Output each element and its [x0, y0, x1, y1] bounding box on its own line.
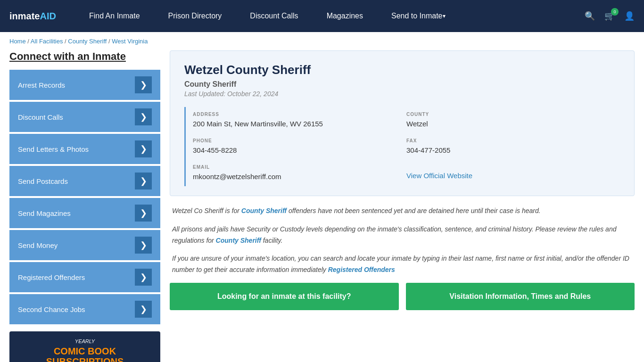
- breadcrumb-all-facilities[interactable]: All Facilities: [31, 38, 63, 45]
- website-block: View Official Website: [406, 160, 620, 186]
- main-content: Wetzel County Sheriff County Sheriff Las…: [170, 50, 635, 362]
- breadcrumb-county-sheriff[interactable]: County Sheriff: [68, 38, 107, 45]
- email-value: mkoontz@wetzelsheriff.com: [193, 172, 399, 181]
- arrow-icon: ❯: [135, 76, 152, 93]
- fax-block: FAX 304-477-2055: [406, 133, 620, 160]
- visitation-button[interactable]: Visitation Information, Times and Rules: [406, 283, 635, 310]
- nav-prison-directory[interactable]: Prison Directory: [154, 0, 236, 32]
- cart-badge: 0: [611, 8, 619, 16]
- county-value: Wetzel: [406, 119, 613, 129]
- main-layout: Connect with an Inmate Arrest Records ❯ …: [0, 50, 644, 362]
- header-icons: 🔍 🛒 0 👤: [585, 11, 635, 21]
- arrow-icon: ❯: [135, 269, 152, 286]
- sidebar-discount-calls[interactable]: Discount Calls ❯: [9, 102, 160, 132]
- header: inmateAID Find An Inmate Prison Director…: [0, 0, 644, 32]
- email-label: EMAIL: [193, 165, 399, 170]
- facility-name: Wetzel County Sheriff: [184, 63, 620, 77]
- facility-info-grid: ADDRESS 200 Main St, New Martinsville, W…: [184, 107, 620, 186]
- sidebar-send-magazines[interactable]: Send Magazines ❯: [9, 198, 160, 228]
- search-icon[interactable]: 🔍: [585, 11, 595, 21]
- breadcrumb-home[interactable]: Home: [9, 38, 26, 45]
- nav-discount-calls[interactable]: Discount Calls: [236, 0, 312, 32]
- arrow-icon: ❯: [135, 173, 152, 189]
- address-value: 200 Main St, New Martinsville, WV 26155: [193, 119, 399, 129]
- cart-icon[interactable]: 🛒 0: [604, 11, 615, 21]
- county-label: COUNTY: [406, 112, 613, 117]
- county-sheriff-link-2[interactable]: County Sheriff: [216, 237, 261, 244]
- address-block: ADDRESS 200 Main St, New Martinsville, W…: [193, 107, 406, 133]
- phone-label: PHONE: [193, 138, 399, 143]
- sidebar-second-chance-jobs[interactable]: Second Chance Jobs ❯: [9, 294, 160, 324]
- address-label: ADDRESS: [193, 112, 399, 117]
- main-nav: Find An Inmate Prison Directory Discount…: [75, 0, 585, 32]
- phone-value: 304-455-8228: [193, 145, 399, 155]
- registered-offenders-link[interactable]: Registered Offenders: [328, 266, 395, 273]
- desc-para-1: Wetzel Co Sheriff is for County Sheriff …: [172, 206, 632, 217]
- nav-find-inmate[interactable]: Find An Inmate: [75, 0, 154, 32]
- website-link[interactable]: View Official Website: [406, 172, 472, 180]
- phone-block: PHONE 304-455-8228: [193, 133, 406, 160]
- description-section: Wetzel Co Sheriff is for County Sheriff …: [170, 206, 635, 276]
- sidebar-send-letters[interactable]: Send Letters & Photos ❯: [9, 134, 160, 164]
- fax-value: 304-477-2055: [406, 145, 613, 155]
- breadcrumb-state[interactable]: West Virginia: [112, 38, 148, 45]
- logo[interactable]: inmateAID: [9, 11, 56, 22]
- find-inmate-button[interactable]: Looking for an inmate at this facility?: [170, 283, 399, 310]
- email-block: EMAIL mkoontz@wetzelsheriff.com: [193, 160, 406, 186]
- nav-send-to-inmate[interactable]: Send to Inmate: [377, 0, 460, 32]
- sidebar-ad[interactable]: YEARLY COMIC BOOKSUBSCRIPTIONS STARTING …: [9, 331, 160, 362]
- breadcrumb: Home / All Facilities / County Sheriff /…: [0, 32, 644, 50]
- county-block: COUNTY Wetzel: [406, 107, 620, 133]
- sidebar: Connect with an Inmate Arrest Records ❯ …: [9, 50, 160, 362]
- arrow-icon: ❯: [135, 108, 152, 125]
- sidebar-send-money[interactable]: Send Money ❯: [9, 230, 160, 260]
- arrow-icon: ❯: [135, 237, 152, 254]
- arrow-icon: ❯: [135, 205, 152, 222]
- sidebar-arrest-records[interactable]: Arrest Records ❯: [9, 70, 160, 100]
- sidebar-title: Connect with an Inmate: [9, 50, 160, 63]
- facility-card: Wetzel County Sheriff County Sheriff Las…: [170, 50, 635, 196]
- desc-para-2: All prisons and jails have Security or C…: [172, 224, 632, 247]
- sidebar-send-postcards[interactable]: Send Postcards ❯: [9, 166, 160, 196]
- arrow-icon: ❯: [135, 140, 152, 157]
- facility-type: County Sheriff: [184, 80, 620, 89]
- fax-label: FAX: [406, 138, 613, 143]
- nav-magazines[interactable]: Magazines: [313, 0, 377, 32]
- sidebar-registered-offenders[interactable]: Registered Offenders ❯: [9, 262, 160, 292]
- arrow-icon: ❯: [135, 301, 152, 318]
- facility-last-updated: Last Updated: October 22, 2024: [184, 90, 620, 98]
- user-icon[interactable]: 👤: [624, 11, 635, 21]
- county-sheriff-link-1[interactable]: County Sheriff: [241, 207, 287, 214]
- desc-para-3: If you are unsure of your inmate's locat…: [172, 253, 632, 276]
- bottom-buttons: Looking for an inmate at this facility? …: [170, 283, 635, 310]
